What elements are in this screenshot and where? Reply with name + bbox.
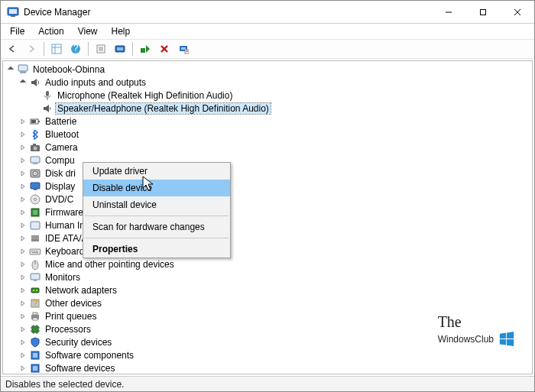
maximize-button[interactable]	[465, 1, 500, 23]
tree-item-microphone[interactable]: Microphone (Realtek High Definition Audi…	[3, 89, 532, 102]
device-category-icon	[29, 167, 41, 180]
uninstall-device-button[interactable]	[175, 40, 192, 57]
menu-view[interactable]: View	[72, 24, 104, 38]
menu-help[interactable]: Help	[105, 24, 137, 38]
tree-root[interactable]: Notebook-Obinna	[3, 63, 532, 76]
svg-rect-50	[30, 249, 41, 254]
device-tree[interactable]: Notebook-Obinna Audio inputs and outputs…	[2, 60, 533, 374]
tree-category[interactable]: Print queues	[3, 309, 532, 322]
close-button[interactable]	[500, 1, 534, 23]
caret-closed-icon[interactable]	[18, 143, 28, 152]
device-category-icon	[29, 258, 41, 271]
caret-closed-icon[interactable]	[18, 312, 28, 321]
caret-closed-icon[interactable]	[18, 156, 28, 165]
tree-category[interactable]: Security devices	[3, 335, 532, 348]
scan-hardware-button[interactable]	[112, 40, 128, 57]
caret-closed-icon[interactable]	[18, 299, 28, 308]
svg-point-39	[34, 173, 36, 174]
properties-button[interactable]	[92, 40, 109, 57]
tree-category-audio[interactable]: Audio inputs and outputs	[3, 76, 532, 89]
device-category-icon	[29, 115, 41, 128]
forward-button[interactable]	[23, 40, 40, 57]
tree-category[interactable]: Monitors	[3, 271, 532, 283]
menu-file[interactable]: File	[4, 24, 31, 38]
svg-rect-51	[31, 251, 33, 251]
caret-closed-icon[interactable]	[18, 247, 28, 256]
tree-label: Camera	[44, 142, 79, 153]
ctx-properties[interactable]: Properties	[83, 241, 230, 258]
svg-rect-27	[46, 91, 49, 96]
caret-closed-icon[interactable]	[18, 234, 28, 243]
enable-device-button[interactable]	[137, 40, 154, 57]
tree-label: Display	[44, 181, 76, 192]
caret-closed-icon[interactable]	[18, 338, 28, 347]
tree-item-speaker[interactable]: Speaker/Headphone (Realtek High Definiti…	[3, 102, 532, 115]
caret-closed-icon[interactable]	[18, 195, 28, 204]
ctx-uninstall-device[interactable]: Uninstall device	[83, 196, 230, 213]
caret-closed-icon[interactable]	[18, 286, 28, 295]
caret-open-icon[interactable]	[18, 78, 28, 87]
menubar: File Action View Help	[1, 24, 534, 39]
svg-point-60	[33, 290, 34, 291]
svg-point-61	[36, 290, 37, 291]
tree-category[interactable]: Network adapters	[3, 283, 532, 296]
device-category-icon	[29, 323, 41, 335]
caret-closed-icon[interactable]	[18, 364, 28, 373]
minimize-button[interactable]	[431, 1, 465, 23]
caret-closed-icon[interactable]	[18, 208, 28, 217]
device-category-icon	[29, 245, 41, 258]
svg-rect-1	[9, 9, 17, 14]
show-hide-console-tree-button[interactable]	[48, 40, 65, 57]
tree-category[interactable]: Mice and other pointing devices	[3, 258, 532, 271]
toolbar-separator	[88, 42, 89, 56]
device-category-icon	[29, 206, 41, 219]
device-category-icon	[29, 349, 41, 361]
tree-label: Monitors	[44, 272, 82, 283]
speaker-icon	[41, 102, 54, 115]
svg-rect-79	[33, 366, 37, 371]
tree-category[interactable]: Bluetoot	[3, 128, 532, 141]
tree-label: Print queues	[44, 311, 98, 322]
svg-rect-40	[31, 183, 40, 189]
caret-closed-icon[interactable]	[18, 117, 28, 126]
tree-label: Notebook-Obinna	[31, 64, 106, 75]
tree-category[interactable]: Processors	[3, 322, 532, 335]
tree-category[interactable]: Software devices	[3, 361, 532, 374]
tree-label: Firmware	[44, 207, 85, 218]
statusbar: Disables the selected device.	[1, 376, 534, 391]
tree-label: Software devices	[44, 363, 116, 374]
window-controls	[431, 1, 534, 23]
ctx-disable-device[interactable]: Disable device	[83, 180, 230, 196]
tree-label: Other devices	[44, 298, 103, 309]
tree-category[interactable]: Batterie	[3, 115, 532, 128]
help-button[interactable]: ?	[67, 40, 84, 57]
ctx-update-driver[interactable]: Update driver	[83, 163, 230, 180]
device-category-icon	[29, 336, 41, 348]
svg-rect-53	[36, 251, 37, 251]
svg-rect-66	[33, 318, 37, 320]
device-category-icon	[29, 154, 41, 167]
caret-closed-icon[interactable]	[18, 273, 28, 282]
caret-closed-icon[interactable]	[18, 169, 28, 178]
back-button[interactable]	[4, 40, 21, 57]
tree-category[interactable]: Camera	[3, 141, 532, 154]
tree-category[interactable]: ?Other devices	[3, 296, 532, 309]
svg-rect-65	[33, 313, 37, 315]
svg-rect-77	[33, 353, 37, 358]
tree-label: Mice and other pointing devices	[44, 259, 176, 270]
ctx-scan-hardware[interactable]: Scan for hardware changes	[83, 219, 230, 235]
caret-closed-icon[interactable]	[18, 221, 28, 230]
device-category-icon	[29, 232, 41, 245]
caret-closed-icon[interactable]	[18, 351, 28, 360]
caret-closed-icon[interactable]	[18, 130, 28, 139]
caret-closed-icon[interactable]	[18, 182, 28, 191]
disable-device-button[interactable]	[156, 40, 173, 57]
caret-closed-icon[interactable]	[18, 260, 28, 269]
tree-label: Software components	[44, 350, 135, 361]
tree-label: Microphone (Realtek High Definition Audi…	[56, 90, 234, 101]
svg-rect-58	[34, 280, 37, 281]
caret-closed-icon[interactable]	[18, 325, 28, 334]
tree-category[interactable]: Software components	[3, 348, 532, 361]
caret-open-icon[interactable]	[6, 65, 15, 74]
menu-action[interactable]: Action	[32, 24, 70, 38]
